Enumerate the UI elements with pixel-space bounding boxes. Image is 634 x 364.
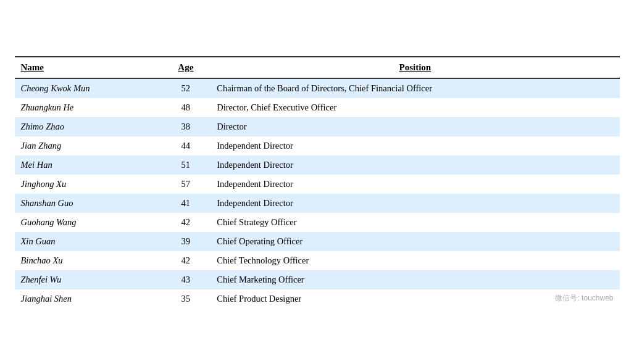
- table-row: Jianghai Shen35Chief Product Designer: [15, 289, 620, 308]
- header-age: Age: [161, 57, 211, 78]
- cell-age: 35: [161, 289, 211, 308]
- cell-name: Zhuangkun He: [15, 98, 161, 117]
- cell-age: 51: [161, 155, 211, 175]
- table-row: Zhuangkun He48Director, Chief Executive …: [15, 98, 620, 117]
- cell-name: Shanshan Guo: [15, 194, 161, 213]
- cell-name: Jianghai Shen: [15, 289, 161, 308]
- cell-position: Chief Operating Officer: [211, 232, 619, 251]
- table-row: Zhimo Zhao38Director: [15, 117, 620, 136]
- table-row: Xin Guan39Chief Operating Officer: [15, 232, 620, 251]
- table-row: Guohang Wang42Chief Strategy Officer: [15, 213, 620, 232]
- cell-age: 52: [161, 78, 211, 98]
- table-row: Binchao Xu42Chief Technology Officer: [15, 251, 620, 270]
- table-row: Zhenfei Wu43Chief Marketing Officer: [15, 270, 620, 289]
- table-row: Cheong Kwok Mun52Chairman of the Board o…: [15, 78, 620, 98]
- cell-position: Independent Director: [211, 194, 619, 213]
- cell-name: Mei Han: [15, 155, 161, 175]
- cell-age: 57: [161, 175, 211, 194]
- table-container: Name Age Position Cheong Kwok Mun52Chair…: [15, 56, 620, 308]
- cell-age: 43: [161, 270, 211, 289]
- table-row: Mei Han51Independent Director: [15, 155, 620, 175]
- cell-name: Zhenfei Wu: [15, 270, 161, 289]
- cell-position: Chief Technology Officer: [211, 251, 619, 270]
- cell-age: 38: [161, 117, 211, 136]
- cell-age: 42: [161, 251, 211, 270]
- cell-name: Jinghong Xu: [15, 175, 161, 194]
- cell-position: Independent Director: [211, 136, 619, 155]
- cell-position: Director, Chief Executive Officer: [211, 98, 619, 117]
- cell-name: Zhimo Zhao: [15, 117, 161, 136]
- cell-name: Jian Zhang: [15, 136, 161, 155]
- header-position: Position: [211, 57, 619, 78]
- cell-name: Xin Guan: [15, 232, 161, 251]
- table-header-row: Name Age Position: [15, 57, 620, 78]
- table-row: Jinghong Xu57Independent Director: [15, 175, 620, 194]
- table-row: Jian Zhang44Independent Director: [15, 136, 620, 155]
- cell-age: 41: [161, 194, 211, 213]
- cell-position: Director: [211, 117, 619, 136]
- cell-position: Independent Director: [211, 175, 619, 194]
- cell-position: Chief Strategy Officer: [211, 213, 619, 232]
- cell-position: Chairman of the Board of Directors, Chie…: [211, 78, 619, 98]
- cell-position: Independent Director: [211, 155, 619, 175]
- cell-name: Cheong Kwok Mun: [15, 78, 161, 98]
- watermark-text: 微信号: touchweb: [555, 293, 613, 304]
- cell-name: Guohang Wang: [15, 213, 161, 232]
- cell-position: Chief Marketing Officer: [211, 270, 619, 289]
- header-name: Name: [15, 57, 161, 78]
- table-row: Shanshan Guo41Independent Director: [15, 194, 620, 213]
- cell-age: 48: [161, 98, 211, 117]
- cell-age: 44: [161, 136, 211, 155]
- data-table: Name Age Position Cheong Kwok Mun52Chair…: [15, 56, 620, 308]
- cell-age: 42: [161, 213, 211, 232]
- cell-age: 39: [161, 232, 211, 251]
- cell-name: Binchao Xu: [15, 251, 161, 270]
